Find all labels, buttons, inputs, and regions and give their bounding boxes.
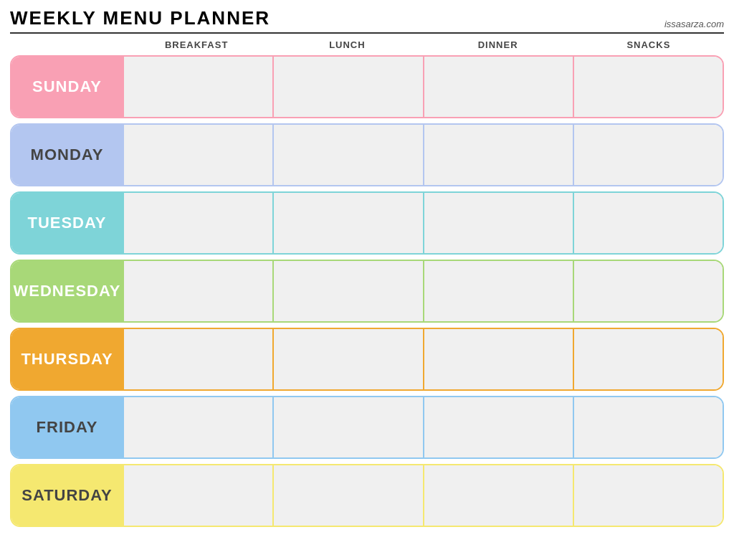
day-row-friday: Friday — [10, 396, 724, 459]
day-label-saturday: Saturday — [11, 465, 123, 526]
page-header: Weekly Menu Planner issasarza.com — [10, 7, 724, 34]
meal-cell-friday-breakfast[interactable] — [123, 397, 272, 457]
meal-cell-sunday-breakfast[interactable] — [123, 57, 272, 117]
days-grid: SundayMondayTuesdayWednesdayThursdayFrid… — [10, 55, 724, 527]
meal-cell-monday-snacks[interactable] — [573, 125, 723, 185]
day-label-wednesday: Wednesday — [11, 261, 123, 321]
day-label-monday: Monday — [11, 125, 123, 185]
meal-cell-wednesday-snacks[interactable] — [573, 261, 723, 321]
day-row-monday: Monday — [10, 123, 724, 186]
day-label-tuesday: Tuesday — [11, 193, 123, 253]
day-row-saturday: Saturday — [10, 464, 724, 527]
meal-cell-friday-dinner[interactable] — [423, 397, 573, 457]
meal-cell-sunday-lunch[interactable] — [272, 57, 422, 117]
day-row-wednesday: Wednesday — [10, 260, 724, 323]
meal-cell-thursday-lunch[interactable] — [272, 329, 422, 389]
meal-cell-thursday-breakfast[interactable] — [123, 329, 272, 389]
meal-cell-monday-dinner[interactable] — [423, 125, 573, 185]
day-label-sunday: Sunday — [11, 57, 123, 117]
meal-cell-monday-lunch[interactable] — [272, 125, 422, 185]
col-header-breakfast: Breakfast — [121, 38, 272, 52]
col-header-lunch: Lunch — [272, 38, 422, 52]
day-row-thursday: Thursday — [10, 328, 724, 391]
meal-cell-wednesday-breakfast[interactable] — [123, 261, 272, 321]
meal-cell-saturday-lunch[interactable] — [272, 465, 422, 526]
meal-cell-sunday-snacks[interactable] — [573, 57, 723, 117]
meal-cell-thursday-snacks[interactable] — [573, 329, 723, 389]
meal-cell-saturday-breakfast[interactable] — [123, 465, 272, 526]
meal-cell-friday-lunch[interactable] — [272, 397, 422, 457]
day-label-friday: Friday — [11, 397, 123, 457]
meal-cell-tuesday-snacks[interactable] — [573, 193, 723, 253]
col-header-dinner: Dinner — [423, 38, 573, 52]
meal-cell-tuesday-breakfast[interactable] — [123, 193, 272, 253]
day-label-thursday: Thursday — [11, 329, 123, 389]
site-url: issasarza.com — [664, 19, 724, 29]
meal-cell-saturday-dinner[interactable] — [423, 465, 573, 526]
meal-cell-thursday-dinner[interactable] — [423, 329, 573, 389]
meal-cell-tuesday-dinner[interactable] — [423, 193, 573, 253]
meal-cell-tuesday-lunch[interactable] — [272, 193, 422, 253]
meal-cell-saturday-snacks[interactable] — [573, 465, 723, 526]
page-title: Weekly Menu Planner — [10, 7, 270, 29]
meal-cell-wednesday-dinner[interactable] — [423, 261, 573, 321]
col-header-snacks: Snacks — [573, 38, 724, 52]
page-wrapper: Weekly Menu Planner issasarza.com Breakf… — [10, 7, 724, 527]
column-headers: Breakfast Lunch Dinner Snacks — [10, 38, 724, 52]
day-row-tuesday: Tuesday — [10, 191, 724, 255]
col-header-day-empty — [10, 38, 121, 52]
day-row-sunday: Sunday — [10, 55, 724, 118]
meal-cell-sunday-dinner[interactable] — [423, 57, 573, 117]
meal-cell-monday-breakfast[interactable] — [123, 125, 272, 185]
meal-cell-wednesday-lunch[interactable] — [272, 261, 422, 321]
meal-cell-friday-snacks[interactable] — [573, 397, 723, 457]
